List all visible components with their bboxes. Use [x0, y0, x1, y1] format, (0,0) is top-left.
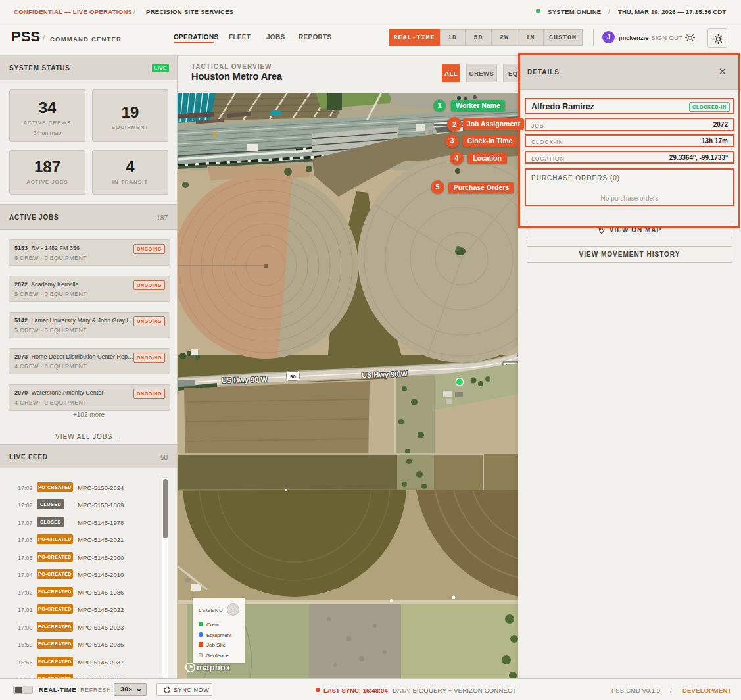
svg-text:90: 90 — [290, 374, 296, 380]
svg-text:US Hwy 90 W: US Hwy 90 W — [222, 375, 268, 384]
